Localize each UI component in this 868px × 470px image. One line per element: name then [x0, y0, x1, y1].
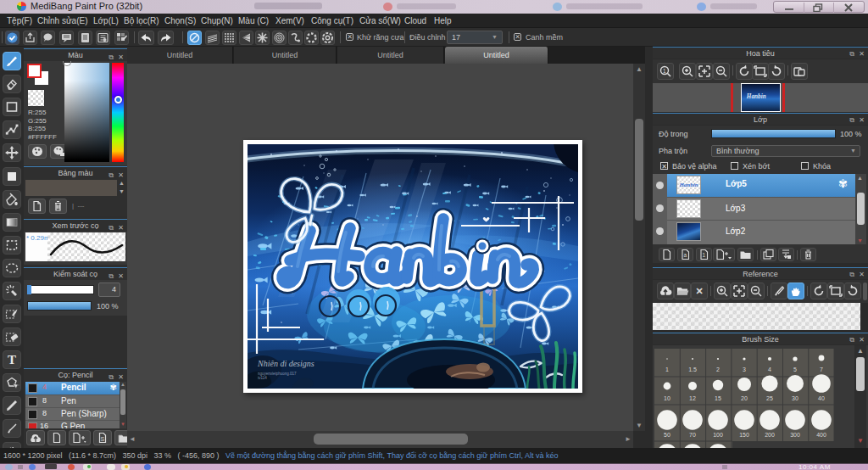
svg-text:a: a: [684, 252, 687, 258]
svg-text:300: 300: [790, 432, 800, 438]
svg-text:1: 1: [703, 252, 706, 258]
svg-text:Nhiên di designs: Nhiên di designs: [257, 359, 314, 368]
svg-text:3: 3: [743, 366, 746, 372]
svg-text:20: 20: [741, 395, 748, 401]
svg-text:1.5: 1.5: [688, 366, 697, 372]
svg-text:50: 50: [664, 432, 670, 438]
svg-text:tv114: tv114: [258, 376, 267, 380]
svg-text:1: 1: [665, 366, 669, 372]
svg-text:2: 2: [716, 366, 720, 372]
svg-text:12: 12: [689, 395, 696, 401]
svg-text:1: 1: [663, 68, 666, 74]
svg-text:4: 4: [768, 366, 771, 372]
svg-text:5: 5: [793, 366, 797, 372]
svg-text:40: 40: [818, 395, 825, 401]
svg-text:25: 25: [766, 395, 773, 401]
svg-text:7: 7: [820, 366, 823, 372]
svg-text:30: 30: [792, 395, 798, 401]
svg-text:S: S: [101, 436, 105, 442]
svg-text:70: 70: [689, 432, 696, 438]
svg-text:10: 10: [664, 395, 670, 401]
svg-text:100: 100: [713, 432, 723, 438]
svg-text:400: 400: [816, 432, 826, 438]
svg-text:150: 150: [739, 432, 749, 438]
svg-text:200: 200: [765, 432, 775, 438]
svg-text:15: 15: [715, 395, 721, 401]
